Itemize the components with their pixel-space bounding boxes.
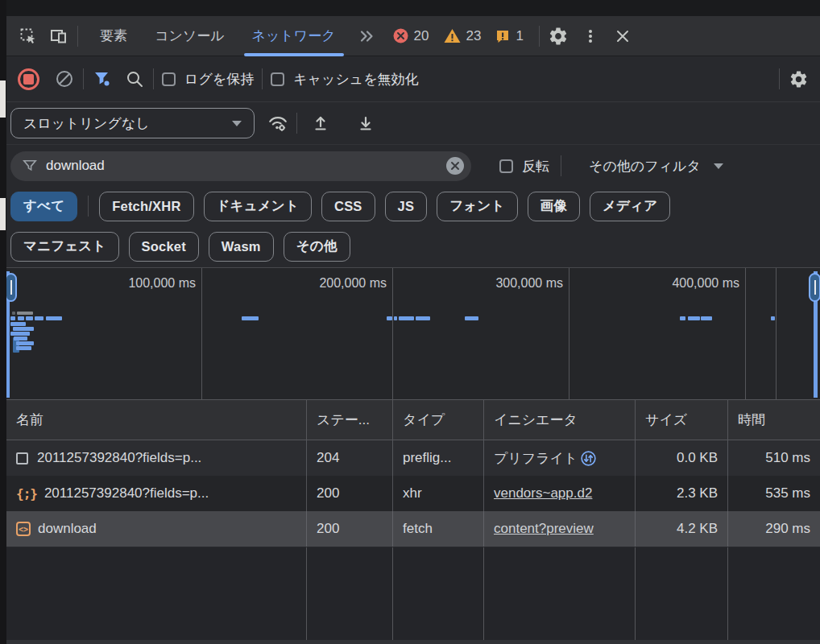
type-chip[interactable]: 画像 [528, 192, 580, 221]
chevron-down-icon [714, 163, 723, 169]
initiator-cell[interactable]: プリフライト [483, 440, 635, 476]
initiator-cell[interactable]: content?preview [483, 511, 635, 547]
tab-network[interactable]: ネットワーク [238, 16, 350, 56]
type-chip[interactable]: CSS [321, 192, 375, 221]
preserve-log-label: ログを保持 [184, 70, 254, 89]
warning-count-badge[interactable]: 23 [444, 28, 482, 44]
issues-icon [495, 29, 510, 43]
filter-input-container[interactable] [10, 151, 471, 181]
timeline-tick-label: 300,000 ms [495, 276, 569, 291]
column-separator[interactable] [635, 547, 636, 640]
timeline-request-bar [688, 316, 700, 320]
type-chip[interactable]: すべて [10, 192, 77, 221]
throttling-value: スロットリングなし [23, 114, 150, 133]
name-cell[interactable]: 2011257392840?fields=p... [6, 440, 306, 476]
column-separator[interactable] [727, 547, 728, 640]
timeline-overview[interactable]: 100,000 ms200,000 ms300,000 ms400,000 ms [6, 267, 820, 400]
size-cell: 0.0 KB [635, 440, 727, 476]
browser-chrome-strip [6, 0, 820, 16]
error-count-badge[interactable]: 20 [393, 28, 429, 44]
tab-console[interactable]: コンソール [141, 16, 238, 56]
request-type-chips-row-2: マニフェストSocketWasmその他 [6, 231, 820, 262]
filter-input[interactable] [46, 158, 437, 174]
record-network-log-button[interactable] [18, 68, 39, 90]
column-header[interactable]: イニシエータ [483, 400, 635, 440]
column-header[interactable]: サイズ [635, 400, 727, 440]
type-chip[interactable]: その他 [284, 232, 350, 262]
type-chip[interactable]: メディア [590, 192, 670, 221]
request-row[interactable]: <>download200fetchcontent?preview4.2 KB2… [6, 511, 820, 547]
type-chip[interactable]: Wasm [209, 232, 274, 262]
page-fragment [0, 198, 6, 230]
invert-checkbox[interactable] [499, 159, 513, 173]
column-separator[interactable] [306, 547, 307, 640]
warning-count: 23 [466, 28, 482, 44]
request-name: 2011257392840?fields=p... [44, 485, 209, 502]
name-cell[interactable]: {;}2011257392840?fields=p... [6, 476, 306, 511]
request-row[interactable]: {;}2011257392840?fields=p...200xhrvendor… [6, 476, 820, 511]
type-cell: fetch [392, 511, 483, 547]
kebab-menu-icon[interactable] [580, 26, 601, 47]
issues-count-badge[interactable]: 1 [495, 28, 523, 44]
export-har-icon[interactable] [355, 113, 376, 134]
more-tabs-icon[interactable] [356, 26, 377, 47]
devtools-main-toolbar: 要素コンソールネットワーク 20 23 [6, 16, 820, 56]
timeline-request-bar [26, 316, 33, 320]
initiator-link[interactable]: vendors~app.d2 [494, 485, 592, 502]
column-separator[interactable] [392, 547, 393, 640]
request-type-chips-row-1: すべてFetch/XHRドキュメントCSSJSフォント画像メディア [6, 191, 820, 221]
type-chip[interactable]: JS [385, 192, 428, 221]
preserve-log-checkbox[interactable] [162, 72, 176, 86]
disable-cache-toggle[interactable]: キャッシュを無効化 [271, 70, 418, 89]
more-filters-dropdown[interactable]: その他のフィルタ [589, 157, 723, 175]
settings-gear-icon[interactable] [548, 26, 569, 47]
network-filter-row: 反転 その他のフィルタ [6, 145, 820, 187]
type-cell: xhr [392, 476, 483, 511]
type-chip[interactable]: ドキュメント [204, 192, 313, 221]
network-settings-gear-icon[interactable] [788, 68, 809, 89]
time-cell: 290 ms [727, 511, 820, 547]
type-chip[interactable]: フォント [437, 192, 517, 221]
invert-filter-toggle[interactable]: 反転 [499, 157, 549, 175]
type-chip[interactable]: Socket [129, 232, 199, 262]
throttling-select[interactable]: スロットリングなし [10, 108, 255, 138]
close-devtools-icon[interactable] [612, 26, 633, 47]
timeline-left-handle[interactable] [6, 273, 17, 302]
devtools-window: 要素コンソールネットワーク 20 23 [0, 0, 820, 644]
bottom-edge [6, 640, 820, 644]
type-chip[interactable]: Fetch/XHR [99, 192, 193, 221]
inspect-element-icon[interactable] [18, 26, 39, 47]
column-header[interactable]: 時間 [727, 400, 820, 440]
device-toolbar-icon[interactable] [48, 26, 69, 47]
more-filters-label: その他のフィルタ [589, 157, 701, 175]
clear-filter-icon[interactable] [446, 157, 464, 175]
divider [296, 113, 297, 134]
search-icon[interactable] [124, 68, 145, 89]
column-header[interactable]: 名前 [6, 400, 306, 440]
network-conditions-icon[interactable] [267, 113, 288, 134]
timeline-request-bar [13, 327, 34, 331]
initiator-cell[interactable]: vendors~app.d2 [483, 476, 635, 511]
column-header[interactable]: タイプ [392, 400, 483, 440]
import-har-icon[interactable] [310, 113, 331, 134]
column-separator[interactable] [483, 547, 484, 640]
requests-table-body: 2011257392840?fields=p...204preflig...プリ… [6, 440, 820, 547]
timeline-request-bar [399, 316, 414, 320]
name-cell[interactable]: <>download [6, 511, 306, 547]
timeline-gridline [392, 268, 393, 399]
column-header[interactable]: ステー... [306, 400, 392, 440]
network-toolbar: ログを保持 キャッシュを無効化 [6, 56, 820, 102]
initiator-link[interactable]: content?preview [494, 521, 594, 537]
timeline-request-bar [465, 316, 478, 320]
disable-cache-checkbox[interactable] [271, 72, 284, 86]
preserve-log-toggle[interactable]: ログを保持 [162, 70, 254, 89]
request-row[interactable]: 2011257392840?fields=p...204preflig...プリ… [6, 440, 820, 476]
clear-network-log-icon[interactable] [54, 68, 75, 89]
tab-elements[interactable]: 要素 [86, 16, 141, 56]
document-icon [16, 452, 28, 464]
timeline-request-bar [12, 312, 15, 315]
timeline-right-handle[interactable] [809, 273, 820, 302]
swap-vertical-icon[interactable] [581, 451, 596, 466]
filter-funnel-icon[interactable] [92, 68, 113, 89]
type-chip[interactable]: マニフェスト [10, 232, 119, 262]
